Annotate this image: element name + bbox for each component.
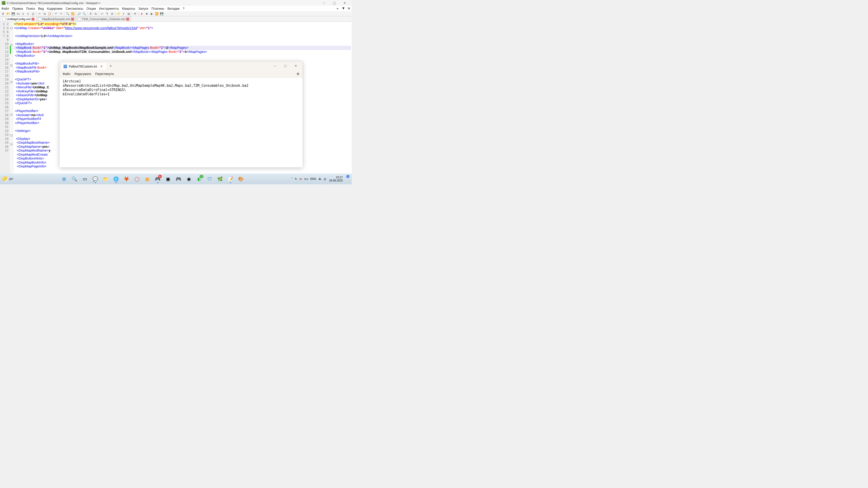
taskbar-explorer-icon[interactable]: 📁 [101, 174, 110, 184]
npp-titlebar[interactable]: C:\XboxGames\Fallout 76\Content\Data\Uni… [0, 0, 352, 6]
task-view-button[interactable]: ▭ [81, 174, 90, 184]
folder-icon[interactable]: 📁 [116, 12, 121, 16]
taskbar-xbox-icon[interactable]: ◐12 [195, 174, 204, 184]
taskbar-edge-icon[interactable]: 🌐 [112, 174, 121, 184]
tray-notifications-icon[interactable]: 3 [345, 174, 350, 184]
menu-tools[interactable]: Инструменты [99, 7, 119, 10]
close-all-icon[interactable]: ⨯ [26, 12, 30, 16]
play-macro-icon[interactable]: ▶ [149, 12, 154, 16]
fold-plus-icon[interactable]: ＋ [336, 6, 339, 11]
stop-macro-icon[interactable]: ■ [145, 12, 149, 16]
doc-map-icon[interactable]: ▤ [126, 12, 131, 16]
notepad-titlebar[interactable]: Fallout76Custom.ini ✕ ＋ ─ ▢ ✕ [59, 61, 303, 70]
sync-v-icon[interactable]: ⇵ [88, 12, 93, 16]
taskbar-security-icon[interactable]: 🛡 [205, 174, 214, 184]
tray-volume-icon[interactable]: 🔊 [323, 177, 327, 181]
search-button[interactable]: 🔍 [70, 174, 79, 184]
tab-close-icon[interactable]: ✕ [126, 18, 129, 21]
close-file-icon[interactable]: ⨯ [21, 12, 25, 16]
menu-window[interactable]: Вкладки [167, 7, 180, 10]
taskbar-terminal-icon[interactable]: ▣ [164, 174, 173, 184]
play-multi-icon[interactable]: ⏩ [154, 12, 159, 16]
fold-gutter[interactable] [10, 22, 13, 180]
notepad-settings-icon[interactable]: ⚙ [297, 72, 300, 76]
taskbar-weather[interactable]: 20° [0, 176, 16, 182]
fold-down-icon[interactable]: ▼ [342, 6, 345, 11]
zoom-out-icon[interactable]: 🔍 [82, 12, 86, 16]
tray-onedrive-icon[interactable]: ↻ [295, 177, 297, 181]
notepad-tab[interactable]: Fallout76Custom.ini ✕ [61, 63, 106, 70]
taskbar-discord-icon[interactable]: 🎮9+ [153, 174, 162, 184]
taskbar-app2-icon[interactable]: 🌿 [216, 174, 225, 184]
maximize-button[interactable]: ▢ [329, 0, 340, 6]
notepad-tab-close-icon[interactable]: ✕ [99, 65, 104, 68]
taskbar-notepad-icon[interactable]: 📝 [226, 174, 235, 184]
menu-plugins[interactable]: Плагины [151, 7, 164, 10]
copy-icon[interactable]: ⧉ [42, 12, 47, 16]
notepad-menu-edit[interactable]: Редагувати [74, 72, 91, 76]
start-button[interactable]: ⊞ [60, 174, 69, 184]
tray-sz-icon[interactable]: sz [299, 177, 302, 181]
save-icon[interactable]: 💾 [11, 12, 16, 16]
taskbar-steam-icon[interactable]: ◉ [184, 174, 193, 184]
taskbar-firefox-icon[interactable]: 🦊 [122, 174, 131, 184]
tab-unimapconfig[interactable]: UniMapConfig.xml ✕ [1, 17, 36, 22]
taskbar-chat-icon[interactable]: 💬 [91, 174, 100, 184]
notepad-maximize-button[interactable]: ▢ [280, 62, 290, 69]
menu-language[interactable]: Синтаксисы [66, 7, 83, 10]
monitor-icon[interactable]: 👁 [133, 12, 137, 16]
tray-clock[interactable]: 23:17 16.06.2023 [329, 176, 343, 182]
tab-close-icon[interactable]: ✕ [31, 18, 35, 21]
file-icon [38, 18, 41, 21]
open-file-icon[interactable]: 📂 [6, 12, 10, 16]
sync-h-icon[interactable]: ⇆ [93, 12, 98, 16]
redo-icon[interactable]: ↷ [59, 12, 63, 16]
notepad-close-button[interactable]: ✕ [290, 62, 301, 69]
record-macro-icon[interactable]: ● [140, 12, 144, 16]
menu-run[interactable]: Запуск [138, 7, 148, 10]
tab-tzm-consumables[interactable]: TZM_Consumables_Unibook.xml ✕ [76, 17, 131, 22]
cut-icon[interactable]: ✂ [37, 12, 42, 16]
tab-close-icon[interactable]: ✕ [71, 18, 74, 21]
zoom-in-icon[interactable]: 🔎 [77, 12, 81, 16]
replace-icon[interactable]: 🔁 [70, 12, 75, 16]
close-doc-icon[interactable]: ✕ [347, 6, 350, 11]
function-list-icon[interactable]: ƒ [121, 12, 126, 16]
menu-settings[interactable]: Опции [86, 7, 96, 10]
notepad-body[interactable]: [Archive] sResourceArchive2List=UniMap.b… [59, 77, 303, 167]
notepad-menu-file[interactable]: Файл [63, 72, 70, 76]
close-button[interactable]: ✕ [340, 0, 350, 6]
npp-menubar: Файл Правка Поиск Вид Кодировки Синтакси… [0, 6, 352, 11]
menu-macro[interactable]: Макросы [122, 7, 135, 10]
tray-ou-icon[interactable]: о.u [304, 177, 308, 181]
taskbar-opera-icon[interactable]: ◯ [132, 174, 142, 184]
find-icon[interactable]: 🔍 [65, 12, 70, 16]
tray-language[interactable]: ENG [310, 177, 316, 181]
save-all-icon[interactable]: 🗃 [16, 12, 20, 16]
notepad-new-tab-button[interactable]: ＋ [106, 63, 115, 68]
notepad-menu-view[interactable]: Переглянути [95, 72, 114, 76]
menu-help[interactable]: ? [183, 7, 184, 10]
menu-search[interactable]: Поиск [26, 7, 35, 10]
minimize-button[interactable]: ─ [319, 0, 329, 6]
indent-guide-icon[interactable]: ⊟ [110, 12, 114, 16]
menu-view[interactable]: Вид [38, 7, 44, 10]
taskbar-paint-icon[interactable]: 🎨 [237, 174, 246, 184]
tray-overflow-icon[interactable]: ˄ [291, 177, 292, 181]
menu-encoding[interactable]: Кодировки [47, 7, 63, 10]
taskbar-app-icon[interactable]: ▦ [143, 174, 152, 184]
menu-edit[interactable]: Правка [12, 7, 23, 10]
tab-mapbooksample[interactable]: MapBookSample.xml ✕ [37, 17, 76, 22]
file-icon [2, 18, 6, 21]
new-file-icon[interactable]: 🗎 [1, 12, 5, 16]
save-macro-icon[interactable]: 💾 [159, 12, 164, 16]
taskbar-gamebar-icon[interactable]: 🎮 [174, 174, 183, 184]
undo-icon[interactable]: ↶ [54, 12, 58, 16]
notepad-minimize-button[interactable]: ─ [270, 62, 280, 69]
paste-icon[interactable]: 📋 [47, 12, 52, 16]
tray-network-icon[interactable]: 🖧 [318, 177, 321, 181]
menu-file[interactable]: Файл [1, 7, 9, 10]
show-all-icon[interactable]: ¶ [105, 12, 110, 16]
print-icon[interactable]: 🖨 [31, 12, 35, 16]
wordwrap-icon[interactable]: ↩ [100, 12, 104, 16]
